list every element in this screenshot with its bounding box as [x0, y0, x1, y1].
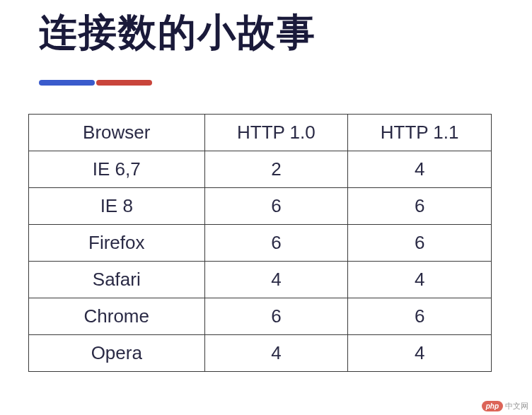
cell-browser: IE 8: [29, 188, 205, 225]
cell-http11: 4: [348, 151, 492, 188]
connection-table: Browser HTTP 1.0 HTTP 1.1 IE 6,7 2 4 IE …: [28, 114, 492, 372]
watermark-badge: php: [482, 401, 503, 411]
cell-http10: 6: [204, 298, 348, 335]
cell-http10: 4: [204, 335, 348, 372]
cell-http10: 4: [204, 262, 348, 298]
table-row: Safari 4 4: [29, 262, 492, 298]
cell-http10: 2: [204, 151, 348, 188]
accent-red-segment: [96, 80, 152, 86]
cell-http11: 6: [348, 225, 492, 262]
connection-table-wrap: Browser HTTP 1.0 HTTP 1.1 IE 6,7 2 4 IE …: [28, 114, 492, 372]
cell-browser: Opera: [29, 335, 205, 372]
page-title: 连接数的小故事: [0, 0, 532, 59]
table-row: Chrome 6 6: [29, 298, 492, 335]
table-row: Firefox 6 6: [29, 225, 492, 262]
cell-http11: 6: [348, 188, 492, 225]
cell-browser: Firefox: [29, 225, 205, 262]
cell-browser: Chrome: [29, 298, 205, 335]
col-header-browser: Browser: [29, 115, 205, 151]
col-header-http11: HTTP 1.1: [348, 115, 492, 151]
cell-http10: 6: [204, 225, 348, 262]
table-row: IE 8 6 6: [29, 188, 492, 225]
cell-browser: IE 6,7: [29, 151, 205, 188]
table-row: IE 6,7 2 4: [29, 151, 492, 188]
table-header-row: Browser HTTP 1.0 HTTP 1.1: [29, 115, 492, 151]
cell-http10: 6: [204, 188, 348, 225]
cell-http11: 4: [348, 335, 492, 372]
watermark: php 中文网: [482, 401, 528, 411]
cell-http11: 4: [348, 262, 492, 298]
accent-blue-segment: [39, 80, 95, 86]
table-row: Opera 4 4: [29, 335, 492, 372]
watermark-text: 中文网: [505, 401, 528, 411]
col-header-http10: HTTP 1.0: [204, 115, 348, 151]
accent-bar: [39, 80, 152, 86]
cell-browser: Safari: [29, 262, 205, 298]
cell-http11: 6: [348, 298, 492, 335]
